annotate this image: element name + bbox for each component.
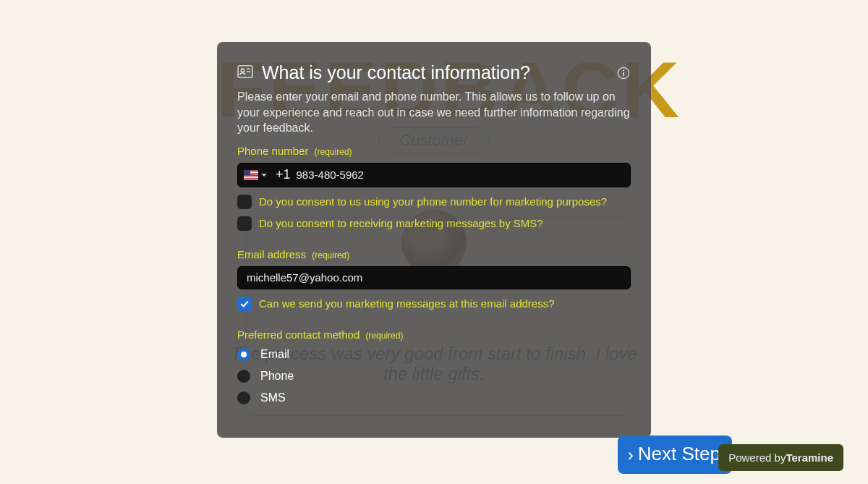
phone-marketing-consent-label: Do you consent to us using your phone nu…: [259, 195, 607, 208]
contact-method-radio-group: Email Phone SMS: [237, 348, 631, 404]
svg-point-1: [241, 68, 244, 72]
chevron-down-icon: [261, 174, 267, 177]
contact-info-modal: What is your contact information? Please…: [217, 42, 651, 438]
sms-consent-row: Do you consent to receiving marketing me…: [237, 216, 631, 231]
phone-input-row: +1: [237, 163, 631, 187]
phone-input[interactable]: [297, 169, 630, 181]
dial-code: +1: [273, 167, 297, 182]
modal-title: What is your contact information?: [262, 62, 530, 83]
phone-marketing-consent-checkbox[interactable]: [237, 195, 252, 209]
powered-brand: Teramine: [786, 451, 833, 464]
radio-row-sms: SMS: [237, 391, 631, 404]
phone-marketing-consent-row: Do you consent to us using your phone nu…: [237, 195, 631, 209]
radio-label-email: Email: [260, 348, 289, 361]
required-contact-method: (required): [365, 331, 403, 341]
flag-us-icon: [244, 170, 258, 180]
email-consent-checkbox[interactable]: [237, 297, 252, 311]
modal-header: What is your contact information?: [237, 62, 631, 83]
radio-sms[interactable]: [237, 391, 250, 404]
contact-method-label-text: Preferred contact method: [237, 328, 359, 341]
email-input[interactable]: [237, 266, 631, 289]
sms-consent-checkbox[interactable]: [237, 216, 252, 231]
info-icon[interactable]: [616, 66, 631, 80]
email-consent-row: Can we send you marketing messages at th…: [237, 297, 631, 311]
radio-row-phone: Phone: [237, 370, 631, 383]
phone-label-text: Phone number: [237, 145, 308, 157]
radio-email[interactable]: [237, 348, 250, 361]
phone-section-label: Phone number (required): [237, 145, 631, 157]
chevron-right-icon: ›: [628, 446, 634, 464]
next-step-label: Next Step: [638, 443, 720, 465]
contact-method-section-label: Preferred contact method (required): [237, 328, 631, 341]
powered-by-badge[interactable]: Powered byTeramine: [718, 444, 843, 471]
email-label-text: Email address: [237, 248, 306, 260]
svg-point-5: [623, 69, 624, 71]
required-phone: (required): [315, 147, 352, 157]
svg-rect-6: [623, 72, 624, 75]
powered-prefix: Powered by: [728, 451, 786, 464]
contact-card-icon: [237, 65, 253, 81]
country-code-selector[interactable]: [238, 164, 273, 187]
radio-phone[interactable]: [237, 370, 250, 383]
required-email: (required): [312, 250, 349, 260]
sms-consent-label: Do you consent to receiving marketing me…: [259, 217, 543, 229]
radio-label-phone: Phone: [260, 370, 294, 383]
email-consent-label: Can we send you marketing messages at th…: [259, 297, 555, 310]
radio-row-email: Email: [237, 348, 631, 361]
email-section-label: Email address (required): [237, 248, 631, 260]
radio-label-sms: SMS: [260, 391, 286, 404]
next-step-button[interactable]: › Next Step: [618, 436, 732, 474]
modal-description: Please enter your email and phone number…: [237, 89, 631, 136]
